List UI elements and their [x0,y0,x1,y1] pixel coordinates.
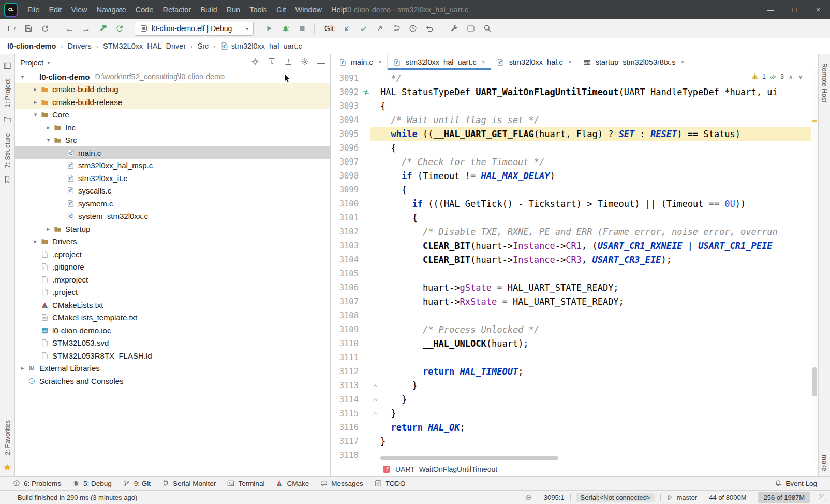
breadcrumb-stm32l0xx-hal-driver[interactable]: STM32L0xx_HAL_Driver [103,42,186,50]
prev-problem-icon[interactable]: ∧ [788,73,794,80]
tool-window-button-event-log[interactable]: Event Log [769,480,823,487]
undo-button[interactable] [422,21,437,36]
forward-button[interactable]: → [79,21,94,36]
reload-cmake-button[interactable] [112,21,127,36]
warning-count[interactable]: 1 [762,73,766,80]
tool-window-button-5-debug[interactable]: 5: Debug [67,477,117,490]
code-line-3099[interactable]: 3099 { [331,183,811,197]
code-line-3105[interactable]: 3105 [331,267,811,281]
tab-startup-stm32l053r8tx-s[interactable]: ASMstartup_stm32l053r8tx.s× [577,54,690,70]
fold-marker[interactable] [370,393,380,407]
sync-button[interactable] [37,21,52,36]
menu-tools[interactable]: Tools [245,0,272,19]
tree-item-sysmem-c[interactable]: Csysmem.c [15,197,330,210]
tree-item-scratches-and-consoles[interactable]: Scratches and Consoles [15,375,330,388]
stop-button[interactable] [294,21,309,36]
close-button[interactable]: × [806,0,830,19]
code-line-3106[interactable]: 3106 huart->gState = HAL_UART_STATE_READ… [331,281,811,295]
tree-item-cmakelists-template-txt[interactable]: CMakeLists_template.txt [15,312,330,324]
code-line-3107[interactable]: 3107 huart->RxState = HAL_UART_STATE_REA… [331,295,811,309]
chevron-right-icon[interactable]: ▸ [31,99,40,106]
tab-stm32l0xx-hal-uart-c[interactable]: Cstm32l0xx_hal_uart.c× [388,54,491,70]
breadcrumb-src[interactable]: Src [198,42,209,50]
stripe-button-7-structure[interactable]: 7: Structure [4,133,11,168]
wrench-button[interactable] [447,21,462,36]
debug-button[interactable] [278,21,293,36]
code-line-3104[interactable]: 3104 CLEAR_BIT(huart->Instance->CR3, USA… [331,253,811,267]
tool-window-stripe-button[interactable] [3,62,11,71]
code-line-3116[interactable]: 3116 return HAL_OK; [331,421,811,435]
code-line-3112[interactable]: 3112 return HAL_TIMEOUT; [331,365,811,379]
fold-marker[interactable] [370,379,380,393]
status-3095-1[interactable]: 3095:1 [538,494,570,501]
tree-item-core[interactable]: ▾Core [15,109,330,122]
folder-stripe-stripe-button[interactable] [3,115,11,125]
status-serial-not-connected[interactable]: Serial:<Not connected> [571,493,661,502]
status-master[interactable]: master [661,494,703,501]
tree-item-inc[interactable]: ▸Inc [15,121,330,134]
tool-window-button-terminal[interactable]: Terminal [221,477,270,490]
back-button[interactable]: ← [62,21,77,36]
build-button[interactable] [95,21,110,36]
tree-item-l0-clion-demo[interactable]: ▾l0-clion-demoD:\work\nrf52_consulting\l… [15,70,330,83]
code-line-3103[interactable]: 3103 CLEAR_BIT(huart->Instance->CR1, (US… [331,239,811,253]
stripe-button-1-project[interactable]: 1: Project [4,79,11,108]
settings-button[interactable] [301,57,309,67]
code-line-3114[interactable]: 3114 } [331,393,811,407]
commit-button[interactable] [356,21,371,36]
open-button[interactable] [4,21,19,36]
code-line-3097[interactable]: 3097 /* Check for the Timeout */ [331,155,811,169]
next-problem-icon[interactable]: ∨ [797,73,804,80]
bookmark-stripe-button[interactable] [3,175,11,185]
chevron-right-icon[interactable]: ▸ [44,226,53,232]
chevron-down-icon[interactable]: ▾ [47,60,50,65]
breadcrumb-drivers[interactable]: Drivers [68,42,92,50]
tree-item-stm32l053-svd[interactable]: STM32L053.svd [15,337,330,350]
tree-item-cmake-build-release[interactable]: ▸cmake-build-release [15,96,330,109]
code-line-3100[interactable]: 3100 if (((HAL_GetTick() - Tickstart) > … [331,197,811,211]
stripe-button-make[interactable]: make [821,455,828,471]
tree-item-src[interactable]: ▾Src [15,134,330,147]
tree-item-cmake-build-debug[interactable]: ▸cmake-build-debug [15,83,330,96]
breadcrumb-l0-clion-demo[interactable]: l0-clion-demo [7,42,56,50]
tab-close-icon[interactable]: × [681,58,685,66]
tree-item-stm32l0xx-hal-msp-c[interactable]: Cstm32l0xx_hal_msp.c [15,159,330,172]
code-lines[interactable]: 3091 */3092HAL_StatusTypeDef UART_WaitOn… [331,71,811,462]
resize-grip[interactable] [819,494,826,501]
tree-item-drivers[interactable]: ▸Drivers [15,235,330,248]
code-line-3093[interactable]: 3093{ [331,99,811,113]
status-256-of-1987m[interactable]: 256 of 1987M [752,492,816,503]
stripe-button-remote-host[interactable]: Remote Host [821,63,828,102]
code-line-3102[interactable]: 3102 /* Disable TXE, RXNE, PE and ERR (F… [331,225,811,239]
search-button[interactable] [480,21,495,36]
tree-item-system-stm32l0xx-c[interactable]: Csystem_stm32l0xx.c [15,210,330,223]
run-configuration-select[interactable]: l0-clion-demo.elf | Debug▾ [135,22,254,36]
build-status-text[interactable]: Build finished in 290 ms (3 minutes ago) [0,494,137,501]
code-line-3092[interactable]: 3092HAL_StatusTypeDef UART_WaitOnFlagUnt… [331,85,811,99]
chevron-right-icon[interactable]: ▸ [18,365,27,372]
minimize-button[interactable]: — [759,0,782,19]
code-line-3094[interactable]: 3094 /* Wait until flag is set */ [331,113,811,127]
maximize-button[interactable]: □ [782,0,806,19]
run-button[interactable] [261,21,276,36]
code-line-3115[interactable]: 3115 } [331,407,811,421]
code-line-3101[interactable]: 3101 { [331,211,811,225]
chevron-down-icon[interactable]: ▾ [44,137,53,143]
chevron-down-icon[interactable]: ▾ [18,73,27,80]
tree-item-syscalls-c[interactable]: Csyscalls.c [15,185,330,198]
hide-panel-button[interactable]: — [317,58,325,67]
menu-run[interactable]: Run [222,0,245,19]
menu-view[interactable]: View [66,0,92,19]
status-status-widget[interactable] [520,494,538,501]
tree-item-cmakelists-txt[interactable]: CMakeLists.txt [15,299,330,312]
error-stripe[interactable] [811,70,818,462]
expand-all-button[interactable] [268,57,276,67]
menu-navigate[interactable]: Navigate [92,0,131,19]
vertical-scrollbar-thumb[interactable] [812,367,817,396]
menu-refactor[interactable]: Refactor [158,0,196,19]
save-button[interactable] [21,21,36,36]
tool-window-button-serial-monitor[interactable]: Serial Monitor [156,477,221,490]
tree-item-startup[interactable]: ▸Startup [15,223,330,235]
tree-item-main-c[interactable]: Cmain.c [15,146,330,159]
chevron-right-icon[interactable]: ▸ [44,124,53,131]
